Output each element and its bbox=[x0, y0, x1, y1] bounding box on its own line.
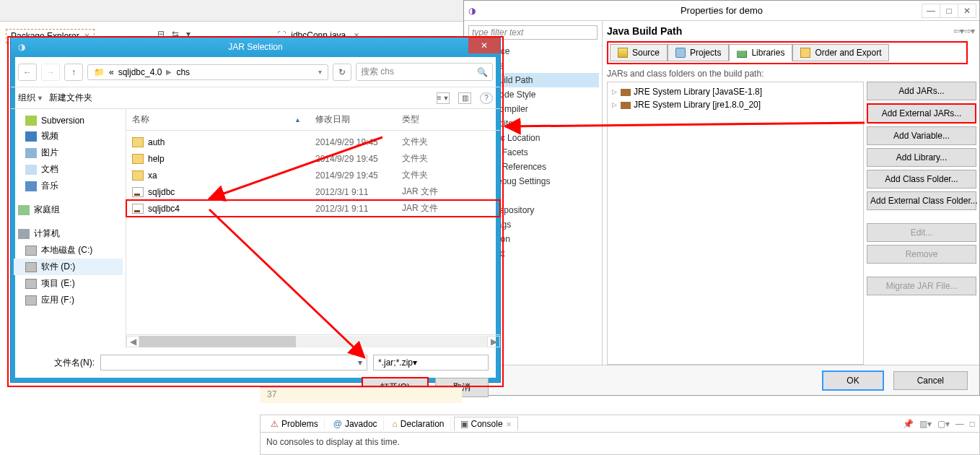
add-jars-button[interactable]: Add JARs... bbox=[867, 82, 976, 100]
minimize-icon[interactable]: — bbox=[955, 419, 964, 429]
dialog-titlebar[interactable]: ◑ JAR Selection ✕ bbox=[11, 37, 500, 57]
jar-selection-dialog: ◑ JAR Selection ✕ ← → ↑ 📁 « sqljdbc_4.0 … bbox=[10, 36, 501, 383]
folder-icon bbox=[132, 170, 144, 181]
sidebar-item-documents[interactable]: 文档 bbox=[14, 161, 123, 178]
projects-icon bbox=[675, 48, 686, 58]
tab-order-export[interactable]: Order and Export bbox=[792, 44, 889, 61]
page-heading: Java Build Path bbox=[607, 25, 682, 37]
add-external-jars-button[interactable]: Add External JARs... bbox=[867, 103, 976, 124]
file-type-filter[interactable]: *.jar;*.zip▾ bbox=[373, 355, 489, 370]
preview-pane-button[interactable]: ▥ bbox=[458, 92, 471, 104]
chevron-down-icon: ▾ bbox=[413, 358, 417, 368]
drive-icon bbox=[25, 295, 37, 306]
titlebar[interactable]: ◑ Properties for demo — □ ✕ bbox=[464, 1, 979, 21]
console-message: No consoles to display at this time. bbox=[261, 433, 979, 451]
chevron-down-icon[interactable]: ▾ bbox=[358, 358, 362, 368]
dialog-title: JAR Selection bbox=[228, 42, 282, 52]
eclipse-icon: ◑ bbox=[468, 6, 476, 16]
declaration-icon: ⌂ bbox=[393, 419, 398, 429]
file-row[interactable]: xa2014/9/29 19:45文件夹 bbox=[126, 167, 500, 183]
tab-libraries[interactable]: Libraries bbox=[729, 44, 792, 61]
editor-line-gutter: 37 bbox=[260, 387, 462, 403]
close-icon[interactable]: ✕ bbox=[506, 420, 512, 428]
filename-input[interactable]: ▾ bbox=[100, 355, 367, 370]
sidebar-item-homegroup[interactable]: 家庭组 bbox=[14, 202, 123, 218]
tab-console[interactable]: ▣Console✕ bbox=[454, 417, 518, 431]
jar-node[interactable]: JRE System Library [jre1.8.0_20] bbox=[611, 98, 860, 111]
documents-icon bbox=[25, 165, 37, 175]
console-toolbar: 📌 ▥▾ ▢▾ — □ bbox=[903, 419, 975, 429]
remove-button: Remove bbox=[867, 245, 976, 264]
help-button[interactable]: ? bbox=[480, 92, 493, 104]
breadcrumb-segment[interactable]: chs bbox=[176, 67, 190, 77]
scroll-right-icon[interactable]: ▶ bbox=[487, 336, 500, 347]
back-button[interactable]: ← bbox=[18, 64, 37, 81]
file-list-header[interactable]: 名称▲ 修改日期 类型 bbox=[126, 109, 500, 131]
close-icon[interactable]: ✕ bbox=[958, 4, 976, 18]
file-row[interactable]: sqljdbc2012/3/1 9:11JAR 文件 bbox=[126, 183, 500, 200]
breadcrumb[interactable]: 📁 « sqljdbc_4.0 ▶ chs ▾ bbox=[87, 64, 328, 80]
nav-arrows[interactable]: ⇦ ▾ ⇨ ▾ bbox=[953, 26, 974, 36]
pin-icon[interactable]: 📌 bbox=[903, 419, 914, 429]
horizontal-scrollbar[interactable]: ◀ ▶ bbox=[126, 334, 500, 347]
sidebar-item-subversion[interactable]: Subversion bbox=[14, 113, 123, 128]
folder-icon: 📁 bbox=[94, 67, 105, 77]
add-class-folder-button[interactable]: Add Class Folder... bbox=[867, 170, 976, 188]
sidebar-item-drive-c[interactable]: 本地磁盘 (C:) bbox=[14, 242, 123, 259]
pictures-icon bbox=[25, 148, 37, 158]
add-library-button[interactable]: Add Library... bbox=[867, 148, 976, 167]
new-folder-button[interactable]: 新建文件夹 bbox=[49, 92, 92, 104]
tab-problems[interactable]: ⚠Problems bbox=[265, 417, 325, 430]
scroll-left-icon[interactable]: ◀ bbox=[126, 336, 139, 347]
properties-window: ◑ Properties for demo — □ ✕ type filter … bbox=[463, 0, 980, 396]
jar-file-icon bbox=[132, 187, 144, 197]
search-input[interactable]: 搜索 chs 🔍 bbox=[356, 63, 493, 81]
sidebar-item-drive-f[interactable]: 应用 (F:) bbox=[14, 292, 123, 308]
sidebar-item-drive-d[interactable]: 软件 (D:) bbox=[14, 259, 123, 275]
cancel-button[interactable]: Cancel bbox=[893, 371, 968, 390]
window-title: Properties for demo bbox=[681, 5, 763, 16]
add-external-class-folder-button[interactable]: Add External Class Folder... bbox=[867, 191, 976, 210]
chevron-down-icon[interactable]: ▾ bbox=[318, 68, 322, 76]
scroll-thumb[interactable] bbox=[139, 336, 296, 347]
drive-icon bbox=[25, 279, 37, 289]
close-icon[interactable]: ✕ bbox=[468, 37, 500, 53]
up-button[interactable]: ↑ bbox=[64, 64, 83, 81]
homegroup-icon bbox=[18, 205, 30, 215]
jar-tree[interactable]: JRE System Library [JavaSE-1.8] JRE Syst… bbox=[607, 82, 864, 365]
maximize-icon[interactable]: □ bbox=[970, 419, 975, 429]
library-icon bbox=[621, 89, 631, 96]
file-list[interactable]: auth2014/9/29 19:45文件夹help2014/9/29 19:4… bbox=[126, 131, 500, 334]
display-icon[interactable]: ▥▾ bbox=[919, 419, 932, 429]
sidebar-item-video[interactable]: 视频 bbox=[14, 128, 123, 144]
organize-menu[interactable]: 组织▼ bbox=[18, 92, 43, 104]
maximize-icon[interactable]: □ bbox=[940, 4, 958, 18]
jar-node[interactable]: JRE System Library [JavaSE-1.8] bbox=[611, 85, 860, 98]
sidebar-item-music[interactable]: 音乐 bbox=[14, 178, 123, 194]
add-variable-button[interactable]: Add Variable... bbox=[867, 126, 976, 145]
tab-declaration[interactable]: ⌂Declaration bbox=[387, 417, 451, 430]
tab-projects[interactable]: Projects bbox=[668, 44, 729, 61]
sort-indicator-icon: ▲ bbox=[294, 116, 301, 124]
refresh-icon: ↻ bbox=[338, 67, 346, 77]
chevron-down-icon: ▼ bbox=[442, 95, 449, 102]
refresh-button[interactable]: ↻ bbox=[333, 64, 351, 81]
minimize-icon[interactable]: — bbox=[922, 4, 940, 18]
computer-icon bbox=[18, 229, 30, 239]
drive-icon bbox=[25, 246, 37, 256]
file-row[interactable]: auth2014/9/29 19:45文件夹 bbox=[126, 134, 500, 150]
sidebar-item-pictures[interactable]: 图片 bbox=[14, 144, 123, 161]
new-console-icon[interactable]: ▢▾ bbox=[937, 419, 950, 429]
chevron-down-icon: ▼ bbox=[37, 95, 43, 102]
file-row[interactable]: sqljdbc42012/3/1 9:11JAR 文件 bbox=[126, 200, 500, 217]
ok-button[interactable]: OK bbox=[823, 371, 883, 390]
tab-javadoc[interactable]: @Javadoc bbox=[328, 417, 384, 430]
tab-source[interactable]: Source bbox=[610, 44, 668, 61]
sidebar-item-computer[interactable]: 计算机 bbox=[14, 225, 123, 242]
breadcrumb-segment[interactable]: sqljdbc_4.0 bbox=[118, 67, 162, 77]
sidebar-item-drive-e[interactable]: 项目 (E:) bbox=[14, 275, 123, 292]
view-options-button[interactable]: ≡▼ bbox=[437, 92, 450, 104]
file-row[interactable]: help2014/9/29 19:45文件夹 bbox=[126, 150, 500, 167]
search-placeholder: 搜索 chs bbox=[361, 66, 394, 78]
console-icon: ▣ bbox=[460, 419, 468, 429]
